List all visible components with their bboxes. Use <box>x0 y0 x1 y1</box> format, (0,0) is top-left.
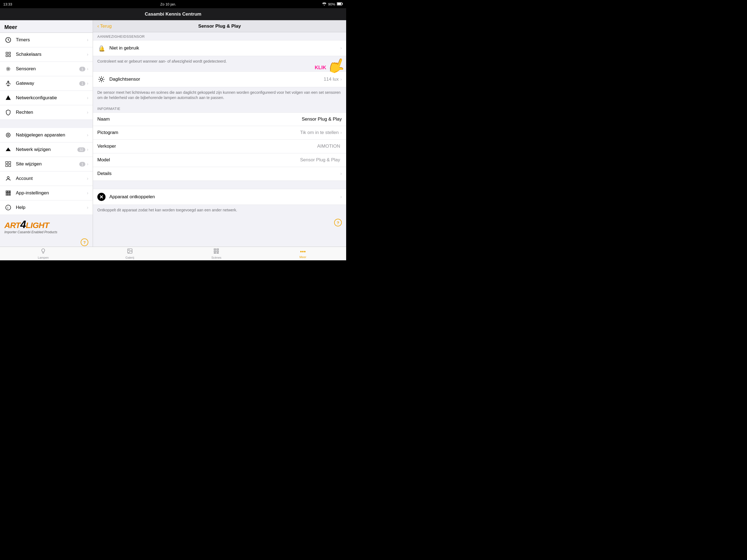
sidebar-item-app-instellingen[interactable]: App-instellingen › <box>0 186 93 200</box>
content-title: Sensor Plug & Play <box>198 24 241 29</box>
svg-point-0 <box>324 5 325 5</box>
tab-lampen[interactable]: Lampen <box>0 248 87 259</box>
info-value-model: Sensor Plug & Play <box>300 157 340 163</box>
badge-site: 1 <box>79 162 85 167</box>
help-button-content[interactable]: ? <box>334 219 342 226</box>
switch-icon <box>4 51 12 58</box>
content-header: ‹ Terug Sensor Plug & Play <box>93 20 346 32</box>
svg-rect-18 <box>6 164 8 167</box>
content-footer: ? <box>93 215 346 230</box>
sidebar-label-timers: Timers <box>16 37 87 43</box>
tab-galerij-label: Galerij <box>126 256 134 259</box>
row-label-daglichtsensor: Daglichtsensor <box>109 77 324 82</box>
sidebar-item-rechten[interactable]: Rechten › <box>0 105 93 120</box>
svg-rect-3 <box>337 3 341 5</box>
info-value-verkoper: AIMOTION <box>317 144 340 149</box>
info-value-naam: Sensor Plug & Play <box>302 117 342 122</box>
svg-rect-27 <box>6 195 7 196</box>
svg-rect-16 <box>6 161 8 163</box>
info-value-pictogram: Tik om in te stellen <box>300 130 339 135</box>
svg-text:i: i <box>7 206 8 210</box>
svg-point-20 <box>7 177 9 179</box>
help-button-sidebar[interactable]: ? <box>81 238 88 246</box>
sidebar-item-netwerk-wijzigen[interactable]: Netwerk wijzigen 32 › <box>0 143 93 157</box>
app-settings-icon <box>4 189 12 197</box>
sidebar-item-help[interactable]: i Help › <box>0 200 93 215</box>
tab-scenes-icon <box>213 248 219 255</box>
back-chevron-icon: ‹ <box>97 23 99 29</box>
tab-meer[interactable]: ••• Meer <box>260 249 346 259</box>
sidebar-item-nabijgelegen[interactable]: Nabijgelegen apparaten › <box>0 128 93 143</box>
info-row-verkoper: Verkoper AIMOTION <box>93 140 346 153</box>
sidebar-divider-1 <box>0 120 93 128</box>
svg-marker-12 <box>6 96 11 100</box>
sidebar-header: Meer <box>0 20 93 33</box>
sidebar: Meer Timers › <box>0 20 93 247</box>
battery-text: 90% <box>328 2 335 6</box>
row-ontkoppelen[interactable]: Apparaat ontkoppelen › <box>93 189 346 205</box>
tab-scenes[interactable]: Scènes <box>173 248 260 259</box>
app-nav-header: Casambi Kennis Centrum <box>0 8 346 20</box>
row-label-ontkoppelen: Apparaat ontkoppelen <box>109 194 340 200</box>
info-row-details[interactable]: Details › <box>93 167 346 181</box>
desc-daglichtsensor: De sensor meet het lichtniveau en scènes… <box>93 87 346 103</box>
tab-lampen-label: Lampen <box>38 256 49 259</box>
svg-rect-50 <box>214 253 216 253</box>
svg-rect-28 <box>8 195 9 196</box>
help-sidebar-icon: i <box>4 204 12 211</box>
daglicht-icon <box>97 75 106 83</box>
back-button[interactable]: ‹ Terug <box>97 23 112 29</box>
site-icon <box>4 160 12 168</box>
desc-ontkoppelen: Ontkoppelt dit apparaat zodat het kan wo… <box>93 205 346 216</box>
svg-rect-47 <box>217 249 218 250</box>
content-area: ‹ Terug Sensor Plug & Play AANWEZIGHEIDS… <box>93 20 346 247</box>
status-time: 13:33 <box>3 2 12 6</box>
sidebar-item-sensoren[interactable]: Sensoren 1 › <box>0 62 93 76</box>
svg-point-13 <box>7 134 9 136</box>
sidebar-item-timers[interactable]: Timers › <box>0 33 93 47</box>
row-niet-in-gebruik[interactable]: 🔔 Niet in gebruik › <box>93 40 346 56</box>
nearby-icon <box>4 131 12 139</box>
svg-point-10 <box>6 67 10 71</box>
svg-point-14 <box>6 133 10 137</box>
svg-line-39 <box>103 81 104 81</box>
sidebar-label-help: Help <box>16 205 87 210</box>
info-label-details: Details <box>97 171 340 176</box>
svg-rect-46 <box>214 249 216 250</box>
svg-rect-24 <box>6 193 7 194</box>
svg-rect-51 <box>217 253 218 253</box>
sidebar-label-schakelaars: Schakelaars <box>16 52 87 57</box>
badge-gateway: 1 <box>79 81 85 86</box>
disconnect-icon <box>97 193 106 201</box>
info-row-pictogram[interactable]: Pictogram Tik om in te stellen › <box>93 126 346 140</box>
tab-meer-label: Meer <box>300 255 306 259</box>
spacer-1 <box>93 181 346 189</box>
back-label: Terug <box>100 24 112 29</box>
watermark-subtitle: Importer Casambi Enabled Products <box>4 230 88 234</box>
row-daglichtsensor[interactable]: Daglichtsensor 114 lux › <box>93 71 346 87</box>
sensor-icon <box>4 65 12 73</box>
sidebar-label-netwerk-wijzigen: Netwerk wijzigen <box>16 147 77 152</box>
sidebar-label-rechten: Rechten <box>16 110 87 115</box>
sidebar-item-site-wijzigen[interactable]: Site wijzigen 1 › <box>0 157 93 172</box>
tab-galerij[interactable]: Galerij <box>87 248 173 259</box>
svg-rect-21 <box>6 191 7 192</box>
sidebar-item-gateway[interactable]: Gateway 1 › <box>0 76 93 91</box>
svg-rect-48 <box>214 251 216 252</box>
tab-bar: Lampen Galerij <box>0 247 346 260</box>
svg-rect-22 <box>8 191 9 192</box>
section-header-aanwezigheid: AANWEZIGHEIDSSENSOR <box>93 32 346 40</box>
svg-point-33 <box>100 78 103 80</box>
svg-point-11 <box>7 85 9 86</box>
sidebar-label-netwerkconfiguratie: Netwerkconfiguratie <box>16 95 87 101</box>
sidebar-item-account[interactable]: Account › <box>0 172 93 186</box>
svg-rect-8 <box>9 55 10 57</box>
tab-scenes-label: Scènes <box>211 256 222 259</box>
sidebar-item-schakelaars[interactable]: Schakelaars › <box>0 47 93 62</box>
sidebar-label-account: Account <box>16 176 87 181</box>
sidebar-item-netwerkconfiguratie[interactable]: Netwerkconfiguratie › <box>0 91 93 105</box>
tab-galerij-icon <box>127 248 133 255</box>
svg-rect-5 <box>6 52 8 54</box>
status-date: Zo 10 jan. <box>160 2 176 6</box>
sidebar-label-app-instellingen: App-instellingen <box>16 190 87 196</box>
